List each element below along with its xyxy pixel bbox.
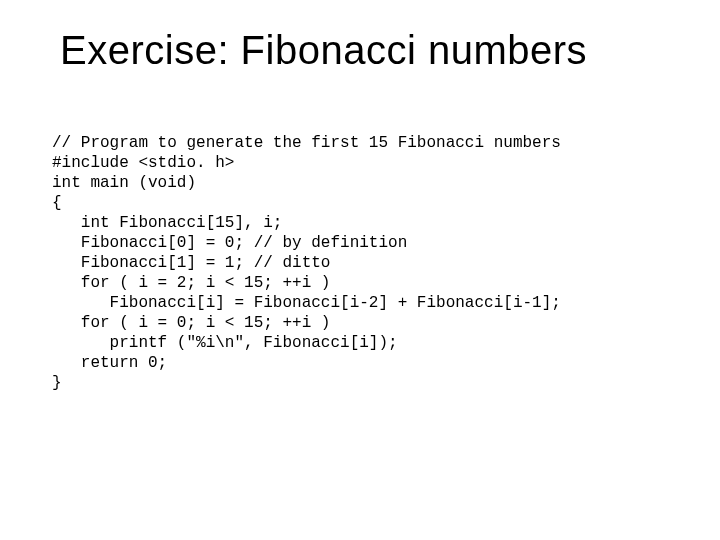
code-line: { (52, 194, 62, 212)
code-line: #include <stdio. h> (52, 154, 234, 172)
code-line: } (52, 374, 62, 392)
code-line: Fibonacci[1] = 1; // ditto (52, 254, 330, 272)
code-line: int Fibonacci[15], i; (52, 214, 282, 232)
code-line: return 0; (52, 354, 167, 372)
code-line: Fibonacci[i] = Fibonacci[i-2] + Fibonacc… (52, 294, 561, 312)
code-line: for ( i = 0; i < 15; ++i ) (52, 314, 330, 332)
code-line: // Program to generate the first 15 Fibo… (52, 134, 561, 152)
code-line: int main (void) (52, 174, 196, 192)
slide: Exercise: Fibonacci numbers // Program t… (0, 0, 720, 540)
code-line: for ( i = 2; i < 15; ++i ) (52, 274, 330, 292)
code-block: // Program to generate the first 15 Fibo… (0, 73, 720, 413)
code-line: printf ("%i\n", Fibonacci[i]); (52, 334, 398, 352)
code-line: Fibonacci[0] = 0; // by definition (52, 234, 407, 252)
slide-title: Exercise: Fibonacci numbers (0, 0, 720, 73)
